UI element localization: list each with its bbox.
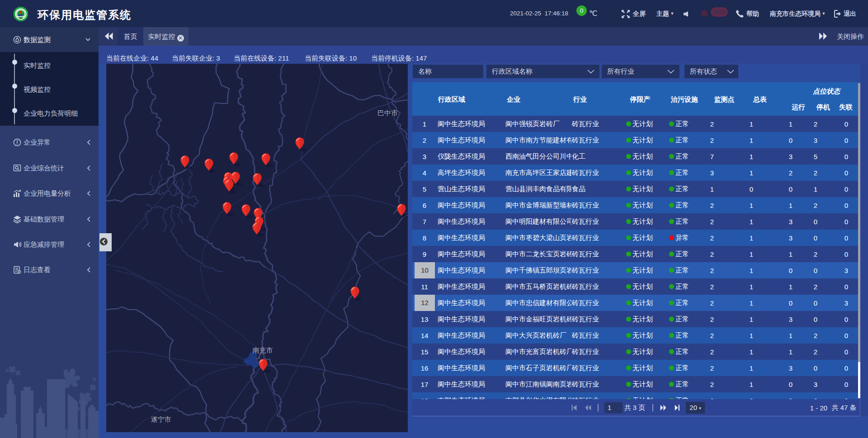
svg-text:巴中市: 巴中市 — [377, 109, 398, 117]
svg-text:南充市: 南充市 — [253, 346, 273, 354]
svg-text:遂宁市: 遂宁市 — [151, 415, 171, 423]
